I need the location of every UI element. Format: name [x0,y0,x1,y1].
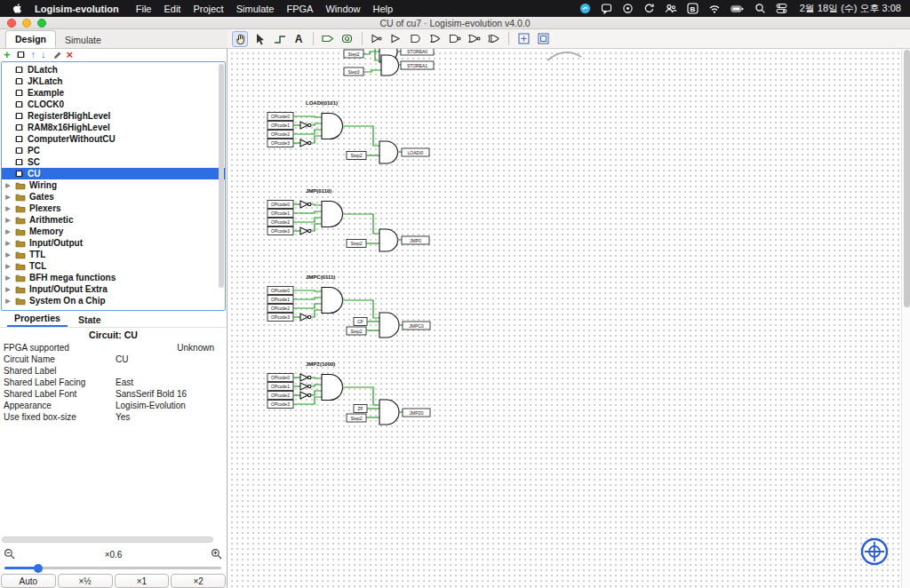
attr-row[interactable]: AppearanceLogisim-Evolution [0,400,227,411]
add-circuit-icon[interactable]: + [4,50,11,60]
circuit-tree[interactable]: DLatch JKLatch Example CLOCK0 Register8H… [1,61,226,311]
chevron-right-icon[interactable]: ▶ [4,286,12,293]
move-down-icon[interactable]: ↓ [41,50,46,60]
zoom-out-icon[interactable] [4,548,16,560]
tree-library-item[interactable]: ▶TCL [2,260,225,272]
or-gate-icon[interactable] [427,31,443,47]
menu-fpga[interactable]: FPGA [280,4,319,14]
window-titlebar[interactable]: CU of cu7 · Logisim-evolution v4.0.0 [0,17,910,29]
tree-circuit-item-selected[interactable]: CU [2,168,225,179]
and-gate-icon[interactable] [408,31,424,47]
menu-window[interactable]: Window [319,4,366,14]
close-button[interactable] [7,19,16,28]
circuit-canvas[interactable]: STOREA0 Step2 STOREA1 Step3 LOADI(0101) … [228,49,901,588]
zoom-half-button[interactable]: ×½ [58,574,113,588]
tree-library-item[interactable]: ▶Plexers [2,203,225,214]
tree-library-item[interactable]: ▶Gates [2,191,225,203]
menu-project[interactable]: Project [187,4,229,14]
tree-circuit-item[interactable]: Register8HighLevel [2,110,225,122]
attr-row[interactable]: FPGA supportedUnknown [0,342,227,354]
zoom-slider[interactable] [0,562,227,574]
tab-properties[interactable]: Properties [7,311,68,327]
zoom-auto-button[interactable]: Auto [1,574,56,588]
nor-gate-icon[interactable] [467,31,483,47]
tree-library-item[interactable]: ▶TTL [2,249,225,260]
recenter-button[interactable] [858,536,890,568]
menu-file[interactable]: File [130,4,158,14]
tree-library-item[interactable]: ▶Memory [2,226,225,237]
attr-row[interactable]: Shared Label [0,365,227,377]
tab-state[interactable]: State [71,313,108,327]
attributes-hscrollbar[interactable] [2,536,217,544]
menu-edit[interactable]: Edit [157,4,187,14]
b-app-icon[interactable]: B [687,3,698,14]
chevron-right-icon[interactable]: ▶ [4,194,12,201]
chevron-right-icon[interactable]: ▶ [4,274,12,282]
tree-library-item[interactable]: ▶Input/Output [2,237,225,249]
tree-circuit-item[interactable]: JKLatch [2,75,225,87]
poke-tool-icon[interactable] [232,31,248,47]
edit-label-icon[interactable] [52,50,61,60]
chevron-right-icon[interactable]: ▶ [4,228,12,235]
menu-simulate[interactable]: Simulate [230,4,281,14]
tree-scrollbar-thumb[interactable] [219,64,224,288]
tree-library-item[interactable]: ▶System On a Chip [2,295,225,306]
tree-circuit-item[interactable]: Example [2,87,225,99]
control-center-icon[interactable] [776,3,787,14]
nand-gate-icon[interactable] [447,31,463,47]
menubar-app-name[interactable]: Logisim-evolution [29,4,124,14]
layout-view-icon[interactable] [515,31,531,47]
tab-design[interactable]: Design [5,30,56,48]
tree-scrollbar[interactable] [219,64,224,304]
chevron-right-icon[interactable]: ▶ [4,205,12,212]
tree-library-item[interactable]: ▶Arithmetic [2,214,225,226]
input-pin-icon[interactable] [320,31,336,47]
chevron-right-icon[interactable]: ▶ [4,263,12,270]
chevron-right-icon[interactable]: ▶ [4,298,12,305]
canvas-scrollbar-thumb[interactable] [904,50,910,307]
menubar-clock[interactable]: 2월 18일 (수) 오후 3:08 [800,2,901,15]
spotlight-icon[interactable] [754,3,766,14]
tree-circuit-item[interactable]: PC [2,145,225,156]
tree-library-item[interactable]: ▶Wiring [2,179,225,191]
attr-row[interactable]: Use fixed box-sizeYes [0,411,227,423]
zoom-1x-button[interactable]: ×1 [115,574,170,588]
tree-library-item[interactable]: ▶BFH mega functions [2,272,225,283]
attr-row[interactable]: Shared Label FontSansSerif Bold 16 [0,388,227,400]
tree-library-item[interactable]: ▶Input/Output Extra [2,283,225,295]
wiring-tool-icon[interactable] [271,31,287,47]
text-tool-icon[interactable]: A [291,31,307,47]
messages-icon[interactable] [601,3,612,14]
tree-circuit-item[interactable]: DLatch [2,64,225,75]
tree-circuit-item[interactable]: RAM8x16HighLevel [2,122,225,133]
output-pin-icon[interactable] [339,31,355,47]
buffer-gate-icon[interactable] [388,31,404,47]
apple-menu-icon[interactable] [12,3,22,14]
zoom-button[interactable] [37,19,46,28]
chevron-right-icon[interactable]: ▶ [4,182,12,189]
appearance-view-icon[interactable] [535,31,551,47]
move-up-icon[interactable]: ↑ [31,50,36,60]
chevron-right-icon[interactable]: ▶ [4,240,12,247]
tree-circuit-item[interactable]: CLOCK0 [2,99,225,110]
edit-tool-icon[interactable] [251,31,267,47]
attr-row[interactable]: Circuit NameCU [0,354,227,365]
zoom-2x-button[interactable]: ×2 [171,574,226,588]
tree-circuit-item[interactable]: ComputerWithoutCU [2,133,225,145]
users-icon[interactable] [665,3,677,14]
chevron-right-icon[interactable]: ▶ [4,251,12,258]
battery-icon[interactable] [730,4,745,14]
wifi-icon[interactable] [708,4,721,14]
sync-icon[interactable] [643,3,655,14]
chevron-right-icon[interactable]: ▶ [4,217,12,224]
minimize-button[interactable] [22,19,31,28]
status-app-icon[interactable] [579,3,591,14]
xor-gate-icon[interactable] [486,31,502,47]
canvas-scrollbar[interactable] [901,49,910,588]
slider-thumb[interactable] [34,564,43,573]
not-gate-icon[interactable] [369,31,385,47]
zoom-in-icon[interactable] [211,548,223,560]
attr-row[interactable]: Shared Label FacingEast [0,377,227,388]
attributes-hscrollbar-thumb[interactable] [2,536,213,543]
tree-circuit-item[interactable]: SC [2,156,225,168]
